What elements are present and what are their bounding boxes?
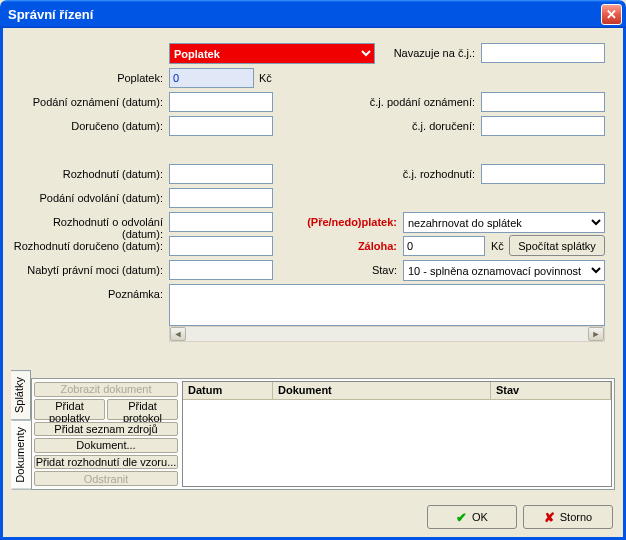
cj-podani-input[interactable] <box>481 92 605 112</box>
poznamka-label: Poznámka: <box>11 288 163 300</box>
nabyti-moci-input[interactable] <box>169 260 273 280</box>
doruceno-input[interactable] <box>169 116 273 136</box>
podani-odvolani-input[interactable] <box>169 188 273 208</box>
dokument-button[interactable]: Dokument... <box>34 438 178 453</box>
form-area: Poplatek Navazuje na č.j.: Poplatek: Kč … <box>11 38 615 358</box>
storno-button[interactable]: ✘ Storno <box>523 505 613 529</box>
window-title: Správní řízení <box>8 7 601 22</box>
storno-label: Storno <box>560 511 592 523</box>
tabs-container: Dokumenty Splátky Zobrazit dokument Přid… <box>11 378 615 490</box>
poznamka-scrollbar[interactable]: ◄ ► <box>169 326 605 342</box>
ok-button[interactable]: ✔ OK <box>427 505 517 529</box>
cj-doruceni-input[interactable] <box>481 116 605 136</box>
navazuje-label: Navazuje na č.j.: <box>381 47 475 59</box>
title-bar: Správní řízení ✕ <box>0 0 626 28</box>
prenedoplatek-label: (Pře/nedo)platek: <box>291 216 397 228</box>
scroll-left-icon[interactable]: ◄ <box>170 327 186 341</box>
cj-podani-label: č.j. podání oznámení: <box>361 96 475 108</box>
doruceno-label: Doručeno (datum): <box>11 120 163 132</box>
tab-panel: Zobrazit dokument Přidat poplatky Přidat… <box>31 378 615 490</box>
tab-dokumenty[interactable]: Dokumenty <box>11 420 32 490</box>
podani-oznameni-label: Podání oznámení (datum): <box>11 96 163 108</box>
odstranit-button[interactable]: Odstranit <box>34 471 178 486</box>
check-icon: ✔ <box>456 510 467 525</box>
document-grid: Datum Dokument Stav <box>182 381 612 487</box>
close-icon: ✕ <box>606 7 617 22</box>
cj-doruceni-label: č.j. doručení: <box>361 120 475 132</box>
zobrazit-dokument-button[interactable]: Zobrazit dokument <box>34 382 178 397</box>
poplatek-input[interactable] <box>169 68 254 88</box>
rozhodnuti-label: Rozhodnutí (datum): <box>11 168 163 180</box>
splatek-select[interactable]: nezahrnovat do splátek <box>403 212 605 233</box>
grid-body[interactable] <box>183 400 611 486</box>
document-buttons: Zobrazit dokument Přidat poplatky Přidat… <box>32 379 180 489</box>
nabyti-moci-label: Nabytí právní moci (datum): <box>11 264 163 276</box>
col-dokument[interactable]: Dokument <box>273 382 491 400</box>
rozhodnuti-odvolani-input[interactable] <box>169 212 273 232</box>
pridat-rozhodnuti-button[interactable]: Přidat rozhodnutí dle vzoru... <box>34 455 178 470</box>
stav-label: Stav: <box>351 264 397 276</box>
pridat-protokol-button[interactable]: Přidat protokol <box>107 399 178 420</box>
pridat-seznam-zdroju-button[interactable]: Přidat seznam zdrojů <box>34 422 178 437</box>
navazuje-input[interactable] <box>481 43 605 63</box>
kc-unit-2: Kč <box>491 240 504 252</box>
top-category-select[interactable]: Poplatek <box>169 43 375 64</box>
kc-unit-1: Kč <box>259 72 272 84</box>
tab-splatky[interactable]: Splátky <box>11 370 31 420</box>
rozhodnuti-input[interactable] <box>169 164 273 184</box>
podani-oznameni-input[interactable] <box>169 92 273 112</box>
spocitat-splatky-button[interactable]: Spočítat splátky <box>509 235 605 256</box>
vertical-tabs: Dokumenty Splátky <box>11 378 31 490</box>
scroll-right-icon[interactable]: ► <box>588 327 604 341</box>
poplatek-label: Poplatek: <box>11 72 163 84</box>
footer-buttons: ✔ OK ✘ Storno <box>427 505 613 529</box>
podani-odvolani-label: Podání odvolání (datum): <box>11 192 163 204</box>
poznamka-textarea[interactable] <box>169 284 605 326</box>
col-stav[interactable]: Stav <box>491 382 611 400</box>
ok-label: OK <box>472 511 488 523</box>
cj-rozhodnuti-label: č.j. rozhodnutí: <box>361 168 475 180</box>
close-button[interactable]: ✕ <box>601 4 622 25</box>
stav-select[interactable]: 10 - splněna oznamovací povinnost <box>403 260 605 281</box>
cj-rozhodnuti-input[interactable] <box>481 164 605 184</box>
pridat-poplatky-button[interactable]: Přidat poplatky <box>34 399 105 420</box>
x-icon: ✘ <box>544 510 555 525</box>
col-datum[interactable]: Datum <box>183 382 273 400</box>
zaloha-label: Záloha: <box>321 240 397 252</box>
rozhodnuti-doruceno-label: Rozhodnutí doručeno (datum): <box>11 240 163 252</box>
rozhodnuti-odvolani-label: Rozhodnutí o odvolání (datum): <box>11 216 163 240</box>
grid-header: Datum Dokument Stav <box>183 382 611 400</box>
zaloha-input[interactable] <box>403 236 485 256</box>
rozhodnuti-doruceno-input[interactable] <box>169 236 273 256</box>
window-body: Poplatek Navazuje na č.j.: Poplatek: Kč … <box>0 28 626 540</box>
